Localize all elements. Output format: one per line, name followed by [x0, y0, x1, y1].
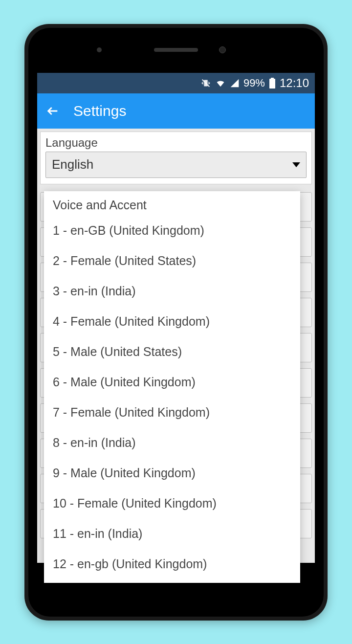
signal-icon — [230, 78, 240, 88]
phone-inner: 99% 12:10 Settings Language English — [28, 28, 324, 617]
app-bar: Settings — [37, 93, 315, 129]
page-title: Settings — [73, 103, 126, 119]
voice-option[interactable]: 6 - Male (United Kingdom) — [46, 367, 298, 397]
language-value: English — [52, 157, 93, 172]
voice-option[interactable]: 12 - en-gb (United Kingdom) — [46, 549, 298, 579]
svg-rect-0 — [269, 79, 275, 89]
voice-option[interactable]: 11 - en-in (India) — [46, 518, 298, 549]
back-button[interactable] — [46, 104, 60, 118]
phone-top-bezel — [28, 28, 324, 72]
voice-option[interactable]: 5 - Male (United States) — [46, 336, 298, 367]
voice-accent-header: Voice and Accent — [46, 196, 298, 215]
voice-option[interactable]: 3 - en-in (India) — [46, 276, 298, 306]
wifi-icon — [215, 78, 226, 89]
status-bar: 99% 12:10 — [37, 72, 315, 93]
vibrate-icon — [200, 78, 211, 89]
voice-accent-popup: Voice and Accent 1 - en-GB (United Kingd… — [44, 191, 300, 583]
phone-screen: 99% 12:10 Settings Language English — [37, 72, 315, 563]
language-label: Language — [45, 136, 307, 150]
content-area: Language English — [37, 129, 315, 563]
chevron-down-icon — [292, 162, 300, 167]
sensor-dot — [97, 47, 102, 52]
status-time: 12:10 — [280, 76, 309, 90]
phone-frame: 99% 12:10 Settings Language English — [24, 24, 328, 621]
voice-option[interactable]: 2 - Female (United States) — [46, 245, 298, 276]
phone-camera — [219, 46, 226, 53]
battery-percent: 99% — [243, 77, 265, 89]
voice-option[interactable]: 4 - Female (United Kingdom) — [46, 306, 298, 336]
svg-rect-1 — [271, 78, 274, 79]
voice-option[interactable]: 7 - Female (United Kingdom) — [46, 397, 298, 427]
phone-speaker — [154, 48, 198, 52]
language-dropdown[interactable]: English — [45, 152, 307, 178]
language-card: Language English — [40, 132, 312, 184]
battery-icon — [269, 78, 276, 89]
voice-option[interactable]: 1 - en-GB (United Kingdom) — [46, 215, 298, 245]
voice-option[interactable]: 9 - Male (United Kingdom) — [46, 458, 298, 488]
voice-option[interactable]: 8 - en-in (India) — [46, 427, 298, 458]
voice-option[interactable]: 10 - Female (United Kingdom) — [46, 488, 298, 518]
